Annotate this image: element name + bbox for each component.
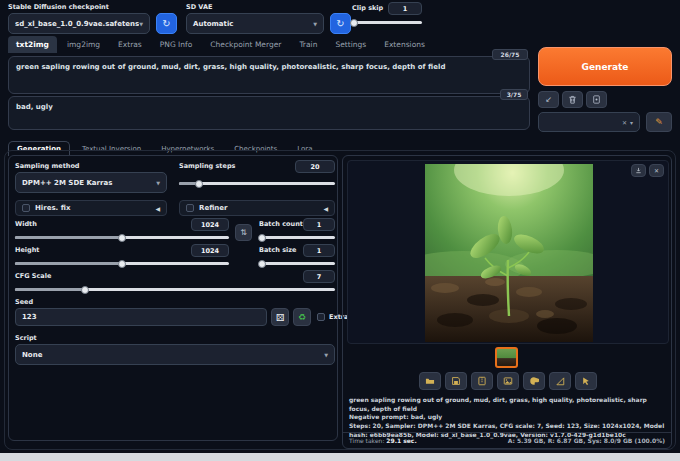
pencil-icon: ✎ [655,117,663,127]
generated-image[interactable] [425,164,593,342]
sampling-method-dropdown[interactable]: DPM++ 2M SDE Karras ▼ [15,172,167,193]
vae-dropdown[interactable]: Automatic ▼ [186,13,324,34]
send-to-img2img-button[interactable] [497,372,519,390]
output-footer-divider [343,432,671,433]
hires-fix-label: Hires. fix [35,204,70,212]
accordion-arrow-icon[interactable]: ◀ [155,205,160,212]
download-image-button[interactable] [631,164,646,177]
negative-prompt-textarea[interactable]: bad, ugly [8,96,530,130]
slider-fill [15,236,122,239]
page-bottom-strip [0,453,680,461]
tab-png-info[interactable]: PNG Info [152,36,201,53]
folder-icon [425,376,435,386]
image-action-buttons [343,372,673,390]
open-output-folder-button[interactable] [419,372,441,390]
vae-refresh-button[interactable]: ↻ [330,13,351,34]
extra-seed-checkbox[interactable] [317,313,325,321]
sampling-method-value: DPM++ 2M SDE Karras [22,179,112,187]
result-gallery: ✕ [347,160,669,344]
refiner-checkbox[interactable] [186,204,194,212]
script-dropdown[interactable]: None ▼ [15,344,335,365]
image-icon [503,376,513,386]
accordion-arrow-icon[interactable]: ◀ [323,205,328,212]
checkpoint-dropdown[interactable]: sd_xl_base_1.0_0.9vae.safetensors [e6bb9… [8,13,150,34]
hires-fix-accordion[interactable]: Hires. fix ◀ [15,200,167,216]
width-value[interactable]: 1024 [191,218,229,231]
slider-handle[interactable] [258,260,266,268]
sampling-steps-slider[interactable] [179,180,335,188]
cursor-icon [581,376,591,386]
batch-size-slider[interactable] [259,260,335,268]
cfg-scale-slider[interactable] [15,286,335,294]
cfg-scale-label: CFG Scale [15,272,51,280]
refiner-label: Refiner [199,204,228,212]
edit-styles-button[interactable]: ✎ [646,112,672,132]
clip-skip-label: Clip skip [352,4,383,12]
clip-skip-slider[interactable] [352,19,422,27]
save-zip-button[interactable] [471,372,493,390]
refiner-accordion[interactable]: Refiner ◀ [179,200,335,216]
generation-settings-panel: Sampling method DPM++ 2M SDE Karras ▼ Sa… [8,155,338,441]
chevron-down-icon: ▼ [156,180,160,186]
cfg-scale-value[interactable]: 7 [303,270,335,283]
slider-handle[interactable] [118,260,126,268]
batch-count-value[interactable]: 1 [303,218,335,231]
slider-handle[interactable] [81,286,89,294]
clear-styles-icon[interactable]: ✕ [622,119,627,126]
tab-extras[interactable]: Extras [110,36,150,53]
send-to-inpaint-button[interactable] [523,372,545,390]
chevron-down-icon: ▼ [139,21,143,27]
save-image-button[interactable] [445,372,467,390]
hires-fix-checkbox[interactable] [22,204,30,212]
script-value: None [22,351,42,359]
styles-dropdown[interactable]: ✕ ▾ [538,112,640,132]
batch-count-slider[interactable] [259,234,335,242]
slider-handle[interactable] [350,19,358,27]
width-label: Width [15,220,37,228]
slider-track [259,262,335,265]
trash-icon [568,95,577,104]
tab-txt2img[interactable]: txt2img [8,36,57,53]
time-taken-label: Time taken: [349,437,384,444]
tab-settings[interactable]: Settings [327,36,374,53]
refresh-icon: ↻ [162,18,170,29]
gallery-thumbnail[interactable] [495,347,518,368]
swap-width-height-button[interactable]: ⇅ [235,224,252,241]
seed-label: Seed [15,298,33,306]
tab-train[interactable]: Train [291,36,325,53]
palette-icon [529,376,539,386]
prompt-text: green sapling rowing out of ground, mud,… [16,63,445,71]
tab-checkpoint-merger[interactable]: Checkpoint Merger [202,36,289,53]
tab-img2img[interactable]: img2img [59,36,108,53]
ruler-icon [555,376,565,386]
width-slider[interactable] [15,234,229,242]
seed-input[interactable]: 123 [15,308,267,326]
read-generation-params-button[interactable]: ↙ [538,91,559,108]
close-gallery-button[interactable]: ✕ [649,164,664,177]
checkpoint-refresh-button[interactable]: ↻ [156,13,177,34]
sampling-steps-value[interactable]: 20 [295,160,335,173]
height-value[interactable]: 1024 [191,244,229,257]
slider-fill [15,262,122,265]
generate-button[interactable]: Generate [538,47,672,86]
height-slider[interactable] [15,260,229,268]
clear-prompt-button[interactable] [562,91,583,108]
reuse-seed-button[interactable]: ♻ [293,308,311,326]
upscale-button[interactable] [575,372,597,390]
prompt-textarea[interactable]: green sapling rowing out of ground, mud,… [8,56,530,94]
send-to-extras-button[interactable] [549,372,571,390]
recycle-icon: ♻ [298,312,306,322]
main-tabs: txt2img img2img Extras PNG Info Checkpoi… [8,36,433,53]
vae-label: SD VAE [186,3,212,11]
clip-skip-value[interactable]: 1 [388,2,422,15]
batch-size-value[interactable]: 1 [303,244,335,257]
slider-track [352,21,422,24]
slider-handle[interactable] [195,180,203,188]
tab-extensions[interactable]: Extensions [376,36,433,53]
slider-handle[interactable] [118,234,126,242]
card-icon [592,95,601,104]
extra-networks-button[interactable] [586,91,607,108]
slider-handle[interactable] [258,234,266,242]
random-seed-button[interactable]: ⚄ [271,308,289,326]
memory-info: A: 5.39 GB, R: 6.87 GB, Sys: 8.0/9 GB (1… [508,437,665,444]
